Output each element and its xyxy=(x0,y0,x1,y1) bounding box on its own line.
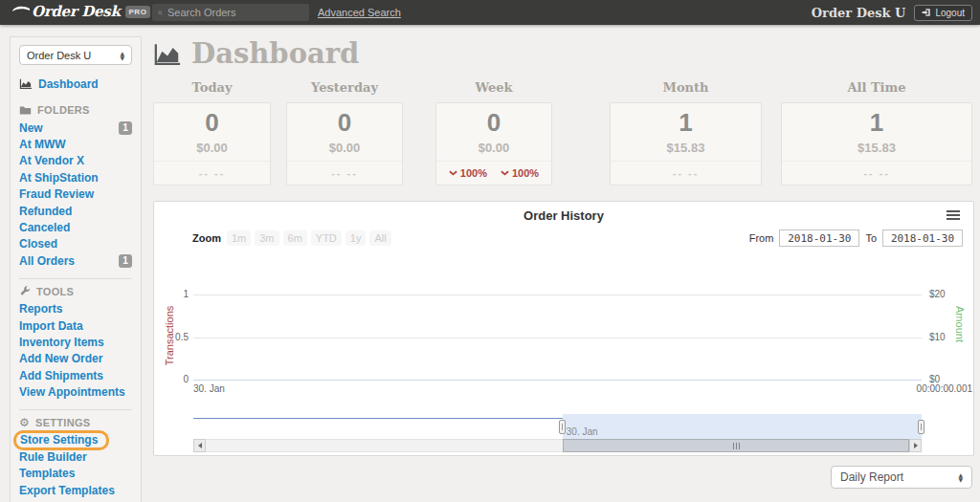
stat-period-label: Today xyxy=(153,80,271,95)
sidebar-divider xyxy=(19,409,132,410)
hamburger-menu-icon[interactable] xyxy=(947,210,960,222)
top-navbar: Order Desk PRO Advanced Search Order Des… xyxy=(0,0,980,25)
stat-card: 1 $15.83 -- -- xyxy=(781,102,972,186)
stat-card: 0 $0.00 100% 100% xyxy=(435,102,552,186)
zoom-button-6m[interactable]: 6m xyxy=(283,230,307,246)
chevron-down-icon xyxy=(501,170,509,176)
logout-icon xyxy=(922,8,931,17)
section-title: TOOLS xyxy=(36,286,74,297)
sidebar-item-rule-builder[interactable]: Rule Builder xyxy=(19,448,132,465)
x-axis-line xyxy=(193,380,922,381)
sidebar-item-at-vendor-x[interactable]: At Vendor X xyxy=(19,153,132,169)
gridline xyxy=(193,295,922,295)
sidebar-item-add-new-order[interactable]: Add New Order xyxy=(19,351,132,367)
tools-section-header: TOOLS xyxy=(19,286,132,297)
navigator-selection[interactable] xyxy=(563,414,922,439)
sidebar-item-at-shipstation[interactable]: At ShipStation xyxy=(19,169,132,186)
area-chart-icon xyxy=(153,42,182,68)
sidebar-item-dashboard[interactable]: Dashboard xyxy=(19,77,132,91)
order-count: 0 xyxy=(205,110,218,135)
count-badge: 1 xyxy=(119,121,132,135)
advanced-search-link[interactable]: Advanced Search xyxy=(318,7,401,18)
pro-badge: PRO xyxy=(125,6,151,18)
stat-footer: -- -- xyxy=(611,161,761,185)
section-title: FOLDERS xyxy=(37,104,90,116)
store-select[interactable]: Order Desk U ▲▼ xyxy=(19,45,132,65)
scrollbar-thumb[interactable] xyxy=(563,439,909,452)
select-updown-icon: ▲▼ xyxy=(120,51,124,60)
stat-month: Month 1 $15.83 -- -- xyxy=(610,80,762,186)
sidebar-item-store-settings[interactable]: Store Settings xyxy=(19,432,132,448)
zoom-button-3m[interactable]: 3m xyxy=(255,230,278,246)
sidebar-item-store-users[interactable]: Store Users xyxy=(19,498,132,502)
sidebar-item-import-data[interactable]: Import Data xyxy=(19,317,132,334)
scrollbar-left-arrow-icon[interactable] xyxy=(193,439,206,452)
sidebar-item-export-templates[interactable]: Export Templates xyxy=(19,482,132,498)
left-axis-title: Transactions xyxy=(164,293,175,379)
logout-button[interactable]: Logout xyxy=(914,5,972,21)
sidebar-item-canceled[interactable]: Canceled xyxy=(19,219,132,235)
sidebar-item-add-shipments[interactable]: Add Shipments xyxy=(19,367,132,383)
report-select[interactable]: Daily Report ▲▼ xyxy=(831,466,972,489)
logo-text: Order Desk xyxy=(32,3,121,20)
sidebar-item-label: Dashboard xyxy=(38,77,99,91)
sidebar-item-reports[interactable]: Reports xyxy=(19,301,132,317)
stats-row: Today 0 $0.00 -- -- Yesterday 0 $0.00 --… xyxy=(153,80,972,186)
scrollbar-grip-icon xyxy=(736,443,737,449)
x-axis-label-right: 00:00:00.001 xyxy=(193,383,972,394)
zoom-button-1m[interactable]: 1m xyxy=(227,230,251,246)
sidebar-item-fraud-review[interactable]: Fraud Review xyxy=(19,186,132,203)
sidebar-item-refunded[interactable]: Refunded xyxy=(19,203,132,219)
navigator-left-handle[interactable] xyxy=(559,420,566,434)
dashboard-icon xyxy=(19,78,33,90)
wrench-icon xyxy=(19,286,31,297)
zoom-button-ytd[interactable]: YTD xyxy=(311,230,342,246)
date-range-controls: From To xyxy=(749,229,963,247)
change-indicator: 100% xyxy=(449,167,487,179)
sidebar-divider xyxy=(19,278,132,279)
from-date-input[interactable] xyxy=(779,229,859,247)
stat-footer: 100% 100% xyxy=(436,161,551,185)
zoom-button-all[interactable]: All xyxy=(369,230,390,246)
page-header: Dashboard xyxy=(153,40,359,68)
order-count: 1 xyxy=(679,110,692,135)
scrollbar-right-arrow-icon[interactable] xyxy=(909,439,922,452)
report-select-value: Daily Report xyxy=(840,470,903,484)
order-count: 0 xyxy=(338,110,351,135)
to-date-input[interactable] xyxy=(882,229,963,247)
zoom-label: Zoom xyxy=(192,232,221,244)
section-title: SETTINGS xyxy=(35,417,90,428)
sidebar-item-new[interactable]: New 1 xyxy=(19,120,132,136)
chart-title: Order History xyxy=(154,208,973,223)
gridline xyxy=(193,338,922,338)
account-name: Order Desk U xyxy=(812,6,906,20)
search-input[interactable] xyxy=(167,7,303,18)
stat-footer: -- -- xyxy=(782,161,971,185)
sidebar-item-closed[interactable]: Closed xyxy=(19,236,132,252)
order-search-box[interactable] xyxy=(152,4,309,21)
stat-period-label: Month xyxy=(610,80,762,95)
sidebar-item-all-orders[interactable]: All Orders 1 xyxy=(19,252,132,269)
sidebar-item-templates[interactable]: Templates xyxy=(19,466,132,482)
sidebar-item-at-mww[interactable]: At MWW xyxy=(19,136,132,152)
logo-swoosh-icon xyxy=(11,5,31,18)
store-settings-highlight: Store Settings xyxy=(13,430,109,450)
folders-section-header: FOLDERS xyxy=(19,104,132,116)
chart-navigator[interactable]: 30. Jan xyxy=(193,414,922,439)
navbar-right: Order Desk U Logout xyxy=(812,0,972,25)
order-amount: $15.83 xyxy=(858,141,896,155)
sidebar-item-inventory-items[interactable]: Inventory Items xyxy=(19,334,132,350)
settings-section-header: ⚙ SETTINGS xyxy=(19,417,132,428)
folder-icon xyxy=(19,105,32,116)
zoom-button-1y[interactable]: 1y xyxy=(345,230,367,246)
select-updown-icon: ▲▼ xyxy=(958,472,963,482)
sidebar-item-view-appointments[interactable]: View Appointments xyxy=(19,383,132,400)
search-icon xyxy=(158,8,163,18)
stat-card: 1 $15.83 -- -- xyxy=(610,102,762,186)
navigator-right-handle[interactable] xyxy=(918,420,924,434)
order-count: 1 xyxy=(870,110,883,135)
logo[interactable]: Order Desk PRO xyxy=(11,3,150,20)
order-amount: $0.00 xyxy=(329,141,361,155)
chart-scrollbar[interactable] xyxy=(193,439,922,452)
chevron-down-icon xyxy=(449,170,457,176)
